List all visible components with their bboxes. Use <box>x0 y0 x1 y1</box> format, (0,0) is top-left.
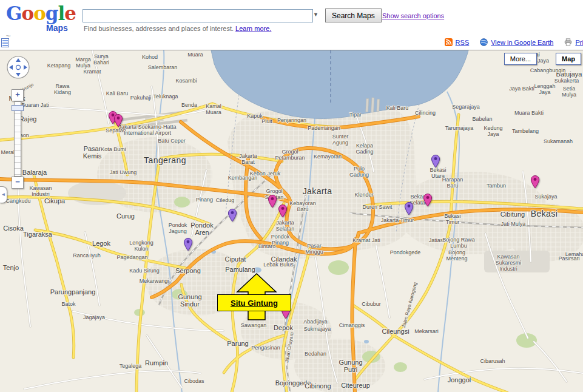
google-earth-icon <box>480 38 488 46</box>
pin-icon <box>228 209 237 222</box>
zoom-slider-handle[interactable] <box>12 105 24 111</box>
logo-letter: e <box>64 1 76 25</box>
pin-icon <box>405 202 413 215</box>
google-maps-logo: Google™ Maps <box>6 1 79 34</box>
pin-icon <box>531 175 539 189</box>
search-maps-button[interactable]: Search Maps <box>325 8 382 22</box>
print-icon <box>564 38 572 46</box>
map-canvas[interactable]: JakartaTangerangBekasiSerpongCiputatPamu… <box>0 50 583 392</box>
show-search-options-link[interactable]: Show search options <box>382 12 444 19</box>
map-pin[interactable] <box>278 204 287 218</box>
more-button[interactable]: More... <box>504 53 537 65</box>
pin-icon <box>431 155 440 168</box>
logo-letter: G <box>6 1 21 25</box>
view-in-google-earth-link[interactable]: View in Google Earth <box>491 39 553 46</box>
situ-gintung-callout: Situ Gintung <box>217 294 291 311</box>
document-icon[interactable] <box>1 38 9 47</box>
logo-letter: l <box>58 1 65 25</box>
map-pin[interactable] <box>184 238 192 251</box>
zoom-in-button[interactable]: + <box>12 89 24 101</box>
search-input[interactable] <box>83 9 313 22</box>
pan-control-icon <box>6 55 30 79</box>
pin-icon <box>268 195 277 208</box>
piers <box>366 97 380 112</box>
pin-icon <box>114 114 123 127</box>
map-pin[interactable] <box>531 175 539 189</box>
rss-link[interactable]: RSS <box>456 39 470 46</box>
pin-icon <box>278 204 287 218</box>
map-pin[interactable] <box>268 195 277 208</box>
zoom-out-button[interactable]: − <box>12 177 24 189</box>
logo-letter: o <box>33 1 45 25</box>
zoom-slider-track[interactable] <box>14 101 21 177</box>
tagline-text: Find businesses, addresses and places of… <box>84 25 234 32</box>
rss-icon <box>445 38 453 46</box>
header: Google™ Maps ▼ Search Maps Show search o… <box>0 0 583 36</box>
map-pin[interactable] <box>405 202 413 215</box>
pin-icon <box>423 194 432 207</box>
linkbar: RSS View in Google Earth Print <box>0 36 583 49</box>
map-image <box>0 50 583 392</box>
map-pin[interactable] <box>228 209 237 222</box>
pin-icon <box>184 238 192 251</box>
logo-letter: o <box>21 1 33 25</box>
tagline: Find businesses, addresses and places of… <box>84 25 271 32</box>
map-view-button[interactable]: Map <box>556 53 581 65</box>
learn-more-link[interactable]: Learn more. <box>235 25 271 32</box>
maps-wordmark: Maps <box>46 23 68 33</box>
map-pin[interactable] <box>431 155 440 168</box>
pan-control[interactable] <box>6 55 30 79</box>
search-history-dropdown-icon[interactable]: ▼ <box>313 12 318 18</box>
map-pin[interactable] <box>423 194 432 207</box>
print-link[interactable]: Print <box>575 39 583 46</box>
logo-letter: g <box>45 1 58 25</box>
collapse-panel-tab[interactable]: ◄ <box>0 186 7 203</box>
map-pin[interactable] <box>114 114 123 127</box>
